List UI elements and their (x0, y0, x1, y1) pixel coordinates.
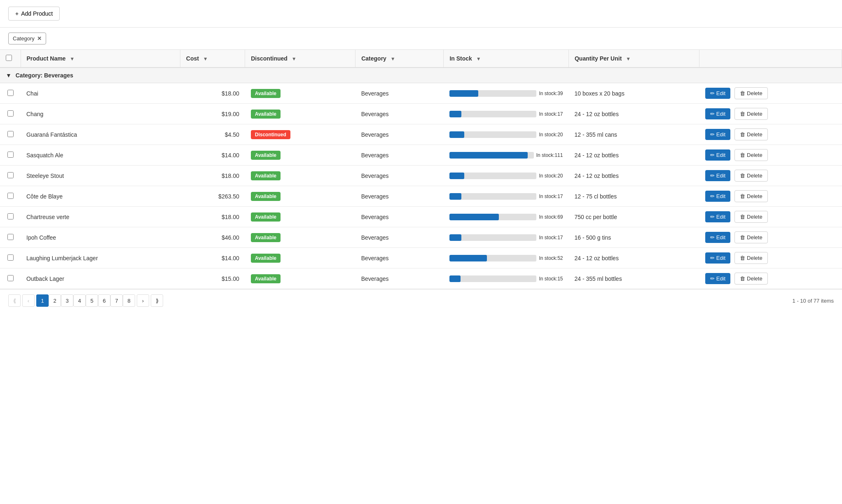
row-in-stock: In stock:15 (444, 268, 569, 289)
delete-button[interactable]: 🗑 Delete (734, 108, 768, 120)
row-checkbox[interactable] (7, 172, 14, 178)
page-number-btn[interactable]: 3 (61, 294, 73, 307)
row-in-stock: In stock:52 (444, 248, 569, 268)
row-category: Beverages (356, 186, 444, 207)
row-cost: $18.00 (180, 207, 245, 227)
delete-button[interactable]: 🗑 Delete (734, 87, 768, 99)
page-number-btn[interactable]: 5 (86, 294, 98, 307)
row-checkbox[interactable] (7, 234, 14, 240)
group-chevron-icon[interactable]: ▼ (6, 72, 12, 79)
edit-button[interactable]: ✏ Edit (705, 232, 730, 243)
delete-label: Delete (747, 152, 762, 158)
page-number-btn[interactable]: 6 (98, 294, 110, 307)
edit-button[interactable]: ✏ Edit (705, 129, 730, 140)
delete-label: Delete (747, 214, 762, 220)
row-category: Beverages (356, 268, 444, 289)
in-stock-filter-btn[interactable]: ▼ (476, 56, 481, 62)
category-filter-tag[interactable]: Category ✕ (8, 33, 46, 44)
status-badge: Available (251, 110, 281, 119)
row-qty-per-unit: 24 - 12 oz bottles (568, 145, 699, 166)
status-badge: Available (251, 89, 281, 98)
add-product-button[interactable]: + Add Product (8, 7, 60, 21)
col-discontinued-label: Discontinued (251, 55, 288, 62)
select-all-checkbox[interactable] (6, 55, 12, 61)
row-in-stock: In stock:20 (444, 124, 569, 145)
table-row: Laughing Lumberjack Lager $14.00 Availab… (0, 248, 842, 268)
trash-icon: 🗑 (740, 152, 745, 158)
delete-button[interactable]: 🗑 Delete (734, 190, 768, 202)
delete-label: Delete (747, 131, 762, 138)
stock-label: In stock:17 (539, 235, 563, 240)
product-name-filter-btn[interactable]: ▼ (70, 56, 75, 62)
row-product-name: Sasquatch Ale (21, 145, 180, 166)
delete-label: Delete (747, 173, 762, 179)
group-header-beverages: ▼ Category: Beverages (0, 68, 842, 83)
edit-button[interactable]: ✏ Edit (705, 211, 730, 222)
delete-button[interactable]: 🗑 Delete (734, 170, 768, 182)
row-actions: ✏ Edit 🗑 Delete (699, 186, 842, 207)
discontinued-filter-btn[interactable]: ▼ (292, 56, 297, 62)
row-qty-per-unit: 12 - 75 cl bottles (568, 186, 699, 207)
row-checkbox[interactable] (7, 275, 14, 281)
col-product-name: Product Name ▼ (21, 50, 180, 68)
delete-button[interactable]: 🗑 Delete (734, 128, 768, 140)
edit-button[interactable]: ✏ Edit (705, 170, 730, 181)
page-number-btn[interactable]: 1 (36, 294, 49, 307)
delete-button[interactable]: 🗑 Delete (734, 211, 768, 223)
table-row: Outback Lager $15.00 Available Beverages… (0, 268, 842, 289)
edit-label: Edit (716, 275, 725, 282)
row-checkbox[interactable] (7, 152, 14, 158)
delete-button[interactable]: 🗑 Delete (734, 231, 768, 243)
row-actions: ✏ Edit 🗑 Delete (699, 227, 842, 248)
filter-bar: Category ✕ (0, 28, 842, 50)
stock-label: In stock:17 (539, 194, 563, 199)
row-checkbox[interactable] (7, 131, 14, 137)
trash-icon: 🗑 (740, 111, 745, 117)
prev-page-btn[interactable]: ‹ (22, 294, 35, 307)
row-actions: ✏ Edit 🗑 Delete (699, 145, 842, 166)
row-checkbox-cell (0, 186, 21, 207)
delete-button[interactable]: 🗑 Delete (734, 273, 768, 285)
edit-button[interactable]: ✏ Edit (705, 149, 730, 161)
row-actions: ✏ Edit 🗑 Delete (699, 124, 842, 145)
category-filter-btn[interactable]: ▼ (391, 56, 395, 62)
trash-icon: 🗑 (740, 234, 745, 240)
edit-button[interactable]: ✏ Edit (705, 88, 730, 99)
table-row: Ipoh Coffee $46.00 Available Beverages I… (0, 227, 842, 248)
row-checkbox-cell (0, 83, 21, 104)
first-page-btn[interactable]: ⟪ (8, 294, 21, 307)
row-category: Beverages (356, 104, 444, 124)
row-checkbox[interactable] (7, 193, 14, 199)
row-checkbox-cell (0, 104, 21, 124)
qty-per-unit-filter-btn[interactable]: ▼ (626, 56, 631, 62)
stock-label: In stock:20 (539, 173, 563, 179)
edit-label: Edit (716, 152, 725, 158)
stock-label: In stock:17 (539, 111, 563, 117)
cost-filter-btn[interactable]: ▼ (203, 56, 208, 62)
delete-button[interactable]: 🗑 Delete (734, 252, 768, 264)
row-actions: ✏ Edit 🗑 Delete (699, 248, 842, 268)
filter-close-icon[interactable]: ✕ (37, 35, 42, 42)
page-controls: ⟪ ‹ 12345678 › ⟫ (8, 294, 163, 307)
edit-button[interactable]: ✏ Edit (705, 108, 730, 119)
row-checkbox[interactable] (7, 254, 14, 261)
edit-button[interactable]: ✏ Edit (705, 252, 730, 264)
table-header: Product Name ▼ Cost ▼ Discontinued ▼ Cat… (0, 50, 842, 68)
next-page-btn[interactable]: › (137, 294, 149, 307)
page-number-btn[interactable]: 7 (110, 294, 123, 307)
row-checkbox[interactable] (7, 213, 14, 219)
group-header-label: Category: Beverages (16, 72, 73, 79)
row-checkbox[interactable] (7, 110, 14, 117)
page-number-btn[interactable]: 8 (123, 294, 135, 307)
edit-button[interactable]: ✏ Edit (705, 273, 730, 284)
last-page-btn[interactable]: ⟫ (151, 294, 163, 307)
table-row: Côte de Blaye $263.50 Available Beverage… (0, 186, 842, 207)
row-category: Beverages (356, 166, 444, 186)
row-status: Available (245, 166, 356, 186)
page-number-btn[interactable]: 2 (49, 294, 61, 307)
row-checkbox-cell (0, 145, 21, 166)
page-number-btn[interactable]: 4 (73, 294, 86, 307)
row-checkbox[interactable] (7, 90, 14, 96)
edit-button[interactable]: ✏ Edit (705, 191, 730, 202)
delete-button[interactable]: 🗑 Delete (734, 149, 768, 161)
